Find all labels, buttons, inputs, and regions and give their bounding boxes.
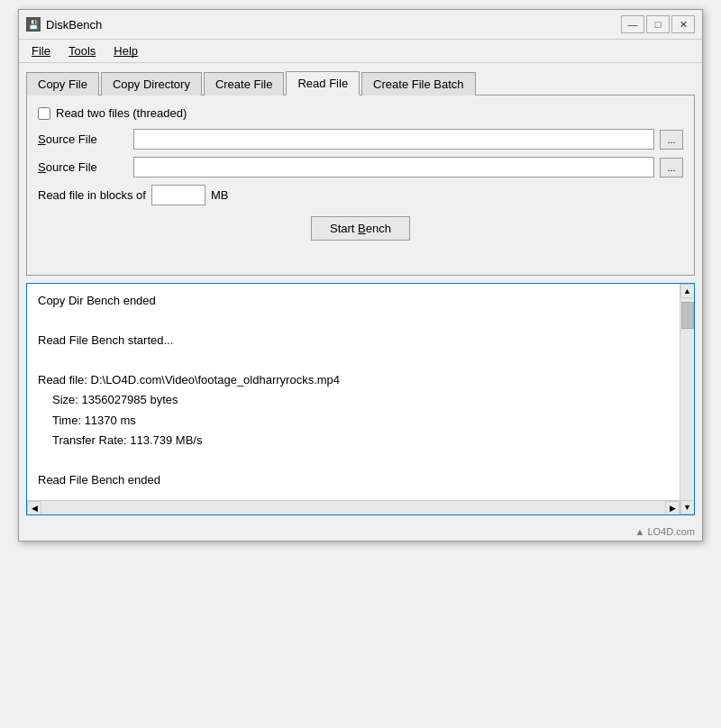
source-file-1-label: Source File xyxy=(38,132,128,146)
close-button[interactable]: ✕ xyxy=(671,15,695,33)
menu-bar: File Tools Help xyxy=(19,40,702,63)
menu-file[interactable]: File xyxy=(23,41,59,60)
title-bar: 💾 DiskBench — □ ✕ xyxy=(19,10,702,40)
source-file-1-row: Source File D:\LO4D.com\Video\footage_ol… xyxy=(38,129,683,150)
tab-copy-directory[interactable]: Copy Directory xyxy=(101,72,202,96)
blocks-input[interactable]: 32 xyxy=(151,185,205,205)
log-content: Copy Dir Bench ended Read File Bench sta… xyxy=(27,284,358,500)
blocks-row: Read file in blocks of 32 MB xyxy=(38,185,683,205)
start-bench-button[interactable]: Start Bench xyxy=(311,216,410,241)
watermark: ▲ LO4D.com xyxy=(19,523,702,541)
source-file-1-input[interactable]: D:\LO4D.com\Video\footage_oldharryrocks.… xyxy=(133,129,654,150)
log-line: Copy Dir Bench ended xyxy=(38,291,340,311)
minimize-button[interactable]: — xyxy=(621,15,644,33)
scroll-right-button[interactable]: ▶ xyxy=(665,501,680,515)
tab-bar: Copy File Copy Directory Create File Rea… xyxy=(26,70,695,96)
watermark-text: ▲ LO4D.com xyxy=(634,526,695,537)
tab-copy-file[interactable]: Copy File xyxy=(26,72,99,96)
source-file-2-label: Source File xyxy=(38,160,128,174)
title-bar-left: 💾 DiskBench xyxy=(26,17,102,32)
read-file-panel: Read two files (threaded) Source File D:… xyxy=(26,96,695,276)
scroll-left-button[interactable]: ◀ xyxy=(27,501,41,515)
app-icon: 💾 xyxy=(26,17,41,32)
content-area: Copy File Copy Directory Create File Rea… xyxy=(19,63,702,523)
log-line: Read file: D:\LO4D.com\Video\footage_old… xyxy=(38,370,340,390)
window-controls: — □ ✕ xyxy=(621,15,695,33)
log-line: Transfer Rate: 113.739 MB/s xyxy=(38,431,340,450)
scroll-track-v xyxy=(680,298,694,500)
log-line xyxy=(38,350,340,370)
tab-create-file[interactable]: Create File xyxy=(204,72,285,96)
log-area: Copy Dir Bench ended Read File Bench sta… xyxy=(26,283,695,515)
threaded-checkbox[interactable] xyxy=(38,107,50,120)
vertical-scrollbar: ▲ ▼ xyxy=(680,284,694,514)
blocks-label: Read file in blocks of xyxy=(38,188,146,202)
bench-btn-row: Start Bench xyxy=(38,216,683,241)
threaded-checkbox-row: Read two files (threaded) xyxy=(38,106,683,120)
app-title: DiskBench xyxy=(46,18,102,32)
log-line: Time: 11370 ms xyxy=(38,411,340,431)
application-window: 💾 DiskBench — □ ✕ File Tools Help Copy F… xyxy=(18,9,703,541)
maximize-button[interactable]: □ xyxy=(646,15,670,33)
log-line xyxy=(38,311,340,331)
menu-tools[interactable]: Tools xyxy=(59,41,105,60)
log-line xyxy=(38,450,340,470)
source-file-2-input[interactable] xyxy=(133,157,654,177)
blocks-unit: MB xyxy=(211,188,229,202)
bench-underline: B xyxy=(358,222,366,235)
menu-help[interactable]: Help xyxy=(105,41,147,60)
tab-create-file-batch[interactable]: Create File Batch xyxy=(361,72,475,96)
log-line: Read File Bench ended xyxy=(38,470,340,490)
source-file-2-browse-button[interactable]: ... xyxy=(660,158,683,177)
tab-read-file[interactable]: Read File xyxy=(286,71,360,96)
scroll-up-button[interactable]: ▲ xyxy=(680,284,695,298)
scroll-down-button[interactable]: ▼ xyxy=(680,500,695,514)
scroll-track-h xyxy=(41,501,665,514)
log-line: Read File Bench started... xyxy=(38,331,340,350)
source-file-2-row: Source File ... xyxy=(38,157,683,177)
threaded-checkbox-label: Read two files (threaded) xyxy=(56,106,187,120)
source-file-1-browse-button[interactable]: ... xyxy=(660,130,683,150)
scroll-thumb-v[interactable] xyxy=(681,302,694,329)
log-line: Size: 1356027985 bytes xyxy=(38,390,340,410)
